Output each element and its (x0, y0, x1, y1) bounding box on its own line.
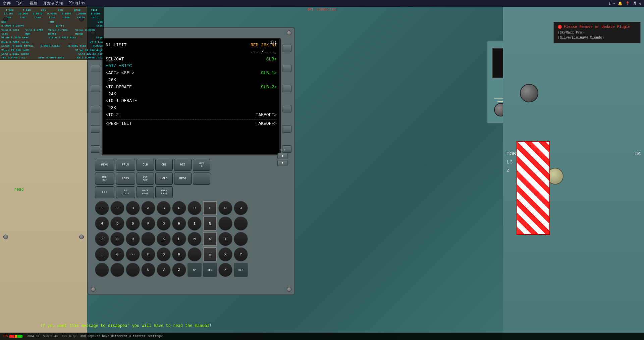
key-dot[interactable]: . (95, 247, 109, 261)
right-knob-1[interactable] (520, 84, 538, 102)
line4-right (274, 63, 277, 70)
key-Q[interactable]: Q (157, 247, 171, 261)
key-N[interactable]: N (203, 216, 217, 231)
key-0[interactable]: 0 (110, 247, 124, 261)
lsk-r1[interactable] (282, 45, 291, 52)
menu-button[interactable]: MENU (95, 159, 114, 171)
key-X[interactable]: X (218, 247, 232, 261)
key-E[interactable]: E (203, 201, 217, 215)
legs-button[interactable]: LEGS (116, 173, 135, 185)
key-I[interactable]: I (187, 216, 202, 231)
mcdu-screw-bl (91, 287, 96, 292)
key-S[interactable]: S (203, 232, 217, 246)
key-C[interactable]: C (172, 201, 186, 215)
key-D[interactable]: D (187, 201, 202, 215)
mcdu-screen-container: 1/1 N1 LIMIT RED 26K N1 ---./----. SEL/O… (102, 38, 281, 155)
key-F[interactable]: F (141, 216, 155, 231)
key-slash[interactable]: / (218, 263, 232, 277)
lsk-r4[interactable] (282, 105, 291, 112)
line7-left: <TO DERATE (106, 84, 132, 91)
screen-line-6: 26K (106, 77, 277, 84)
init-ref-button[interactable]: INITREF (95, 173, 114, 185)
lsk-l2[interactable] (91, 65, 100, 72)
lsk-r2[interactable] (282, 65, 291, 72)
menu-icon-1: ℹ (609, 1, 610, 6)
key-P[interactable]: P (141, 247, 155, 261)
key-9[interactable]: 9 (126, 232, 140, 246)
brt-down-button[interactable]: ▼ (277, 160, 287, 166)
lsk-l4[interactable] (91, 105, 100, 112)
clb-button[interactable]: CLB (137, 159, 154, 171)
key-4[interactable]: 4 (95, 216, 109, 231)
key-A[interactable]: A (141, 201, 155, 215)
screw-bl (3, 235, 8, 239)
key-2[interactable]: 2 (110, 201, 124, 215)
read-text: read (14, 187, 24, 192)
mcdu-c-button[interactable]: MCDUC (193, 159, 210, 171)
fps-label: FPS (3, 335, 8, 338)
key-Y[interactable]: Y (234, 247, 248, 261)
key-L[interactable]: L (172, 232, 186, 246)
plugin-warning-body: (SkyMaxx Pro) (SilverLiningV4.Clouds) (558, 30, 636, 40)
key-J[interactable]: J (234, 201, 248, 215)
key-blank1 (234, 216, 248, 231)
key-Z[interactable]: Z (172, 263, 186, 277)
menu-developer[interactable]: 开发者选项 (43, 1, 63, 6)
fix-button[interactable]: FIX (95, 186, 114, 198)
key-B[interactable]: B (157, 201, 171, 215)
key-SP[interactable]: SP (187, 263, 202, 277)
key-U[interactable]: U (141, 263, 155, 277)
next-page-button[interactable]: NEXTPAGE (137, 186, 154, 198)
mcdu-screw-tr (287, 31, 291, 35)
menu-view[interactable]: 视角 (30, 1, 38, 6)
prog-button[interactable]: PROG (174, 173, 192, 185)
des-button[interactable]: DES (174, 159, 192, 171)
mcdu-screen: 1/1 N1 LIMIT RED 26K N1 ---./----. SEL/O… (103, 39, 279, 154)
crz-button[interactable]: CRZ (155, 159, 173, 171)
menu-file[interactable]: 文件 (3, 1, 11, 6)
line11-left: <TO-2 (106, 112, 119, 119)
prev-page-button[interactable]: PREVPAGE (155, 186, 173, 198)
key-5[interactable]: 5 (110, 216, 124, 231)
n1-limit-button[interactable]: N1LIMIT (116, 186, 135, 198)
lsk-left-buttons (91, 45, 100, 153)
key-1[interactable]: 1 (95, 201, 109, 215)
menu-icon-5: 🎛 (633, 1, 636, 6)
key-G[interactable]: G (157, 216, 171, 231)
key-M[interactable]: M (187, 232, 202, 246)
russian-text-2: 1 3 (506, 159, 513, 164)
menu-plugins[interactable]: Plugins (68, 1, 85, 6)
lsk-r5[interactable] (282, 125, 291, 133)
screen-line-8: 24K (106, 91, 277, 98)
key-plusminus[interactable]: +/- (126, 247, 140, 261)
key-blank2 (141, 232, 155, 246)
key-CLR[interactable]: CLR (234, 263, 248, 277)
menu-right-icons: ℹ ✈ 🔔 📍 🎛 ⚙ (609, 1, 641, 6)
menu-flight[interactable]: 飞行 (16, 1, 24, 6)
key-O[interactable]: O (218, 201, 232, 215)
screen-line-11: <TO-2 TAKEOFF> (106, 112, 277, 119)
key-K[interactable]: K (157, 232, 171, 246)
brt-up-button[interactable]: ▲ (277, 153, 287, 159)
key-7[interactable]: 7 (95, 232, 109, 246)
key-T[interactable]: T (218, 232, 232, 246)
key-DEL[interactable]: DEL (203, 263, 217, 277)
hold-button[interactable]: HOLD (155, 173, 173, 185)
key-3[interactable]: 3 (126, 201, 140, 215)
line4-left: +51/ +31°C (106, 63, 132, 70)
lsk-l6[interactable] (91, 145, 100, 153)
key-6[interactable]: 6 (126, 216, 140, 231)
lsk-l3[interactable] (91, 85, 100, 92)
fpln-button[interactable]: FPLN (116, 159, 135, 171)
manual-message: If you want this message to disappear yo… (40, 324, 212, 328)
lsk-r3[interactable] (282, 85, 291, 92)
key-V[interactable]: V (157, 263, 171, 277)
plugin-warning-box: ✕ Please Remove or Update Plugin (SkyMax… (553, 22, 641, 43)
key-H[interactable]: H (172, 216, 186, 231)
key-W[interactable]: W (203, 247, 217, 261)
dep-arr-button[interactable]: DEPARR (137, 173, 154, 185)
menu-icon-2: ✈ (613, 1, 615, 6)
key-8[interactable]: 8 (110, 232, 124, 246)
lsk-l5[interactable] (91, 125, 100, 133)
key-R[interactable]: R (172, 247, 186, 261)
